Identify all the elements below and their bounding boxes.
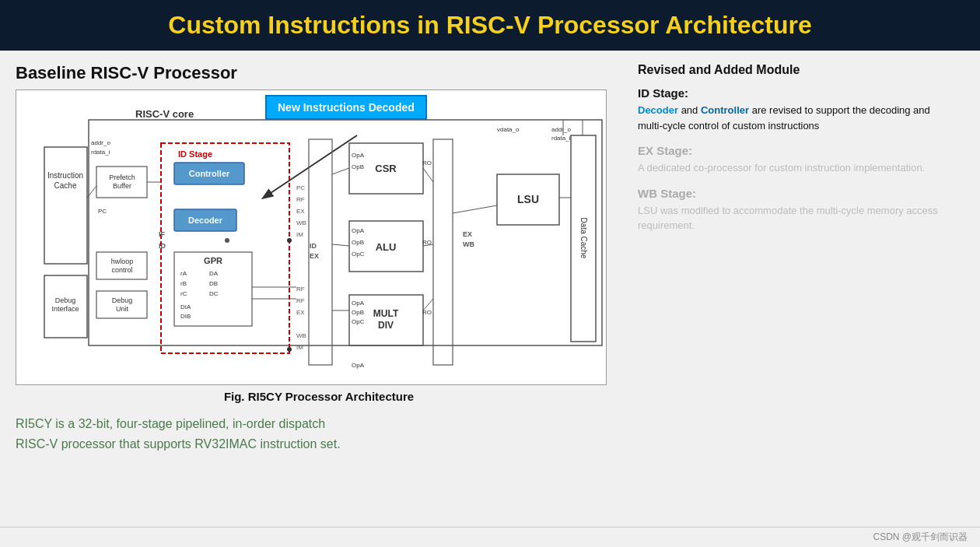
svg-text:GPR: GPR [204,256,222,265]
svg-text:Instruction: Instruction [47,171,83,180]
svg-text:Debug: Debug [112,296,133,304]
processor-diagram: RISC-V core Instruction Cache addr_o rda… [23,96,614,373]
svg-text:OpB: OpB [352,309,364,316]
svg-text:EX: EX [463,230,472,238]
id-stage-title: ID Stage: [638,86,957,100]
svg-text:OpB: OpB [352,371,364,373]
svg-text:OpB: OpB [352,163,364,170]
ex-stage-title: EX Stage: [638,144,957,157]
header: Custom Instructions in RISC-V Processor … [0,0,980,51]
svg-text:IM: IM [296,344,303,351]
svg-point-106 [287,347,292,352]
svg-text:Interface: Interface [51,305,79,313]
bottom-text: RI5CY is a 32-bit, four-stage pipelined,… [16,411,964,457]
svg-text:OpA: OpA [352,362,365,369]
svg-text:rA: rA [180,270,187,277]
svg-text:DB: DB [209,280,218,287]
id-stage-label: ID Stage: [638,86,688,100]
fig-caption: Fig. RI5CY Processor Architecture [16,390,622,403]
svg-text:ID Stage: ID Stage [178,149,212,159]
svg-text:rC: rC [180,290,187,297]
svg-text:addr_o: addr_o [91,139,110,146]
svg-text:RF: RF [296,196,305,203]
slide-section: Baseline RISC-V Processor New Instructio… [16,63,622,403]
svg-text:Prefetch: Prefetch [109,174,135,181]
svg-text:IM: IM [296,231,303,238]
controller-text: Controller [701,104,749,116]
svg-text:Controller: Controller [189,169,230,178]
svg-text:CSR: CSR [375,163,397,174]
svg-text:hwloop: hwloop [111,258,134,265]
svg-text:RO: RO [422,160,432,167]
footer-text: CSDN @观千剑而识器 [873,531,968,542]
header-title: Custom Instructions in RISC-V Processor … [16,11,964,40]
svg-text:Data Cache: Data Cache [579,218,588,259]
svg-text:IF: IF [159,230,166,238]
svg-text:Buffer: Buffer [113,182,131,190]
svg-line-1 [264,135,357,198]
svg-text:OpA: OpA [352,227,365,234]
new-instructions-badge: New Instructions Decoded [265,95,427,120]
svg-text:Cache: Cache [54,181,77,190]
wb-stage-section: WB Stage: LSU was modified to accommodat… [638,187,957,233]
svg-text:MULT: MULT [373,308,399,319]
svg-text:control: control [111,266,132,274]
svg-rect-2 [89,120,602,345]
id-stage-and: and [678,104,701,116]
main-content: Baseline RISC-V Processor New Instructio… [0,51,980,527]
svg-text:OpC: OpC [352,318,365,325]
svg-text:rB: rB [180,280,187,287]
svg-text:DA: DA [209,270,219,277]
svg-text:RF: RF [296,286,305,293]
svg-text:EX: EX [310,252,319,260]
baseline-title: Baseline RISC-V Processor [16,63,622,83]
svg-text:OpB: OpB [352,239,364,246]
svg-text:Decoder: Decoder [188,216,223,225]
svg-text:DIA: DIA [180,303,191,310]
svg-text:rdata_i: rdata_i [551,135,571,142]
wb-stage-text: LSU was modified to accommodate the mult… [638,203,957,233]
svg-line-98 [423,168,433,182]
svg-text:ALU: ALU [376,241,397,253]
svg-text:vdata_o: vdata_o [497,126,520,133]
svg-text:WB: WB [296,219,306,226]
diagram-container: New Instructions Decoded [16,89,607,385]
svg-text:WB: WB [463,240,474,248]
svg-text:addr_o: addr_o [551,126,571,133]
svg-text:DIV: DIV [378,320,394,331]
svg-text:rdata_i: rdata_i [91,149,110,156]
svg-text:EX: EX [296,309,305,316]
svg-text:Unit: Unit [116,305,129,313]
ex-stage-section: EX Stage: A dedicated co-processor for c… [638,144,957,176]
svg-text:LSU: LSU [517,193,539,205]
footer: CSDN @观千剑而识器 [0,527,980,547]
top-row: Baseline RISC-V Processor New Instructio… [16,63,964,403]
bottom-text-line2: RISC-V processor that supports RV32IMAC … [16,437,341,451]
svg-text:DIB: DIB [180,313,191,320]
svg-point-92 [225,238,229,243]
svg-text:PC: PC [296,184,305,191]
svg-line-95 [332,168,349,174]
svg-text:DC: DC [209,290,219,297]
svg-text:EX: EX [296,208,305,215]
svg-line-96 [332,244,349,246]
svg-text:PC: PC [98,208,107,215]
svg-text:ID: ID [310,242,317,250]
id-stage-text: Decoder and Controller are revised to su… [638,103,957,133]
wb-stage-title: WB Stage: [638,187,957,200]
svg-text:OpC: OpC [352,251,365,258]
svg-text:WB: WB [296,332,306,339]
svg-text:RISC-V core: RISC-V core [135,108,194,120]
svg-point-105 [287,238,292,243]
id-stage-section: ID Stage: Decoder and Controller are rev… [638,86,957,133]
svg-text:ID: ID [159,242,166,250]
right-panel-title: Revised and Added Module [638,63,957,77]
svg-line-101 [453,205,497,213]
right-panel: Revised and Added Module ID Stage: Decod… [630,63,964,244]
bottom-text-line1: RI5CY is a 32-bit, four-stage pipelined,… [16,417,325,430]
svg-text:OpA: OpA [352,152,365,159]
svg-text:OpA: OpA [352,300,365,307]
decoder-text: Decoder [638,104,678,116]
svg-rect-80 [433,139,453,365]
page-wrapper: Custom Instructions in RISC-V Processor … [0,0,980,547]
